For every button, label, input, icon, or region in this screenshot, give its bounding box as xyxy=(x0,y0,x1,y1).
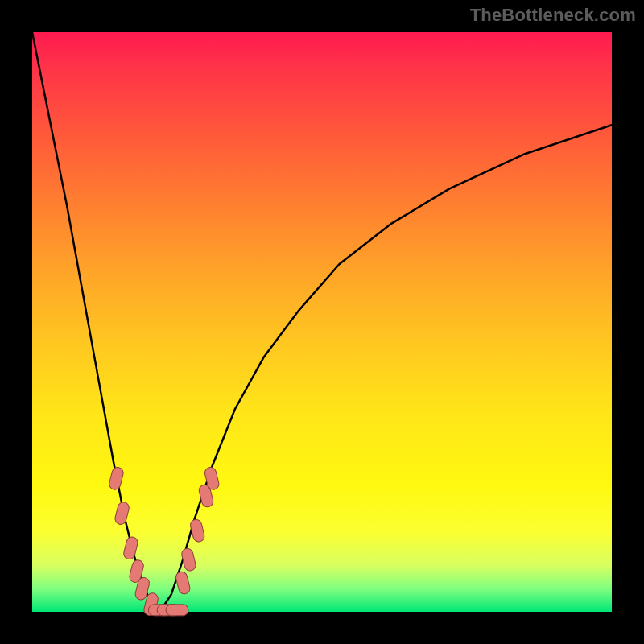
data-marker xyxy=(108,466,124,491)
curve-right-branch xyxy=(159,125,612,612)
chart-svg xyxy=(0,0,644,644)
curve-left-branch xyxy=(32,32,159,612)
data-marker xyxy=(122,536,138,561)
data-marker xyxy=(189,518,205,543)
data-marker xyxy=(175,571,191,596)
data-marker xyxy=(180,547,196,572)
data-marker xyxy=(166,605,188,616)
chart-frame: TheBottleneck.com xyxy=(0,0,644,644)
data-marker xyxy=(114,501,130,526)
